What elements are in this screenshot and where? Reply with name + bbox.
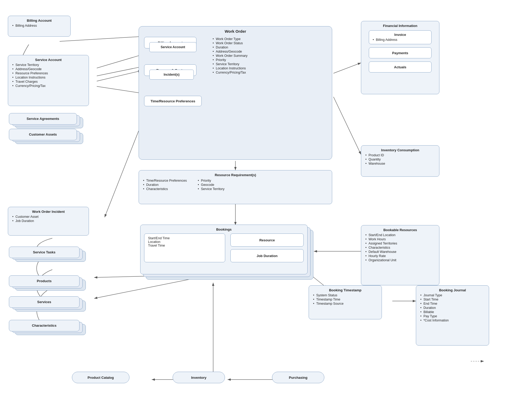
billing-account-top-item-0: Billing Address — [12, 24, 67, 28]
bookings-title: Bookings — [144, 227, 304, 231]
bookable-resources-box: Bookable Resources Start/End Location Wo… — [361, 225, 439, 285]
work-order-incident-list: Customer Asset Job Duration — [12, 215, 85, 223]
service-tasks-box1: Service Tasks — [9, 247, 80, 258]
product-catalog-title: Product Catalog — [88, 376, 114, 380]
svg-line-8 — [333, 97, 361, 154]
booking-timestamp-list: System Status Timestamp Time Timestamp S… — [313, 293, 378, 306]
inventory-box: Inventory — [173, 372, 225, 383]
resource-req-cols: Time/Resource Preferences Duration Chara… — [143, 179, 328, 191]
inventory-consumption-title: Inventory Consumption — [365, 148, 435, 152]
financial-info-box: Financial Information Invoice Billing Ad… — [361, 21, 439, 94]
work-order-incident-box: Work Order Incident Customer Asset Job D… — [8, 207, 89, 236]
work-order-fields: Work Order Type Work Order Status Durati… — [212, 37, 322, 75]
bookings-inner: Start/End Time Location Travel Time Reso… — [144, 233, 304, 262]
svg-line-14 — [105, 131, 139, 217]
resource-requirements-box: Resource Requirement(s) Time/Resource Pr… — [139, 170, 332, 204]
bookable-resources-list: Start/End Location Work Hours Assigned T… — [365, 233, 435, 262]
bookings-left-info: Start/End Time Location Travel Time — [144, 233, 225, 262]
purchasing-title: Purchasing — [289, 376, 308, 380]
resource-req-left: Time/Resource Preferences Duration Chara… — [143, 179, 187, 191]
billing-account-top-box: Billing Account Billing Address — [8, 16, 71, 37]
payments-title: Payments — [392, 51, 408, 55]
svg-line-7 — [333, 63, 361, 73]
purchasing-box: Purchasing — [272, 372, 324, 383]
characteristics-box1: Characteristics — [9, 320, 80, 331]
resource-req-right: Priority Geocode Service Territory — [197, 179, 224, 191]
invoice-list: Billing Address — [372, 38, 428, 42]
time-resource-title: Time/Resource Preferences — [150, 99, 195, 103]
work-order-outer-box: Work Order Billing Account Service Accou… — [139, 26, 332, 160]
services-box1: Services — [9, 296, 80, 308]
inventory-title: Inventory — [191, 376, 207, 380]
resource-inner-box: Resource — [230, 233, 304, 247]
booking-timestamp-title: Booking Timestamp — [313, 288, 378, 292]
service-agreements-title: Service Agreements — [13, 117, 73, 121]
job-duration-inner-title: Job Duration — [257, 254, 278, 258]
booking-journal-list: Journal Type Start Time End Time Duratio… — [420, 293, 485, 322]
invoice-title: Invoice — [372, 33, 428, 37]
booking-journal-title: Booking Journal — [420, 288, 485, 292]
customer-assets-box1: Customer Assets — [9, 129, 77, 140]
customer-assets-title: Customer Assets — [13, 132, 73, 136]
service-account-list: Service Territory Address/Geocode Resour… — [12, 63, 85, 88]
svg-line-3 — [97, 71, 141, 81]
financial-info-title: Financial Information — [365, 24, 435, 28]
invoice-box: Invoice Billing Address — [369, 30, 432, 44]
products-box1: Products — [9, 275, 80, 287]
job-duration-inner-box: Job Duration — [230, 249, 304, 262]
service-agreements-box1: Service Agreements — [9, 113, 77, 125]
actuals-title: Actuals — [394, 65, 406, 69]
service-account-inner-title: Service Account — [161, 45, 185, 49]
resource-requirements-title: Resource Requirement(s) — [143, 173, 328, 177]
incidents-inner-box: Incident(s) — [149, 70, 194, 80]
services-title: Services — [13, 300, 76, 304]
billing-account-top-title: Billing Account — [12, 19, 67, 23]
diagram-container: Billing Account Billing Address Service … — [0, 0, 532, 406]
product-catalog-box: Product Catalog — [72, 372, 129, 383]
inventory-consumption-box: Inventory Consumption Product ID Quantit… — [361, 145, 439, 177]
bookings-right-col: Resource Job Duration — [230, 233, 304, 262]
service-account-box: Service Account Service Territory Addres… — [8, 55, 89, 106]
booking-journal-box: Booking Journal Journal Type Start Time … — [416, 285, 489, 346]
characteristics-title: Characteristics — [13, 324, 76, 327]
service-account-title: Service Account — [12, 58, 85, 62]
billing-account-top-list: Billing Address — [12, 24, 67, 28]
resource-inner-title: Resource — [259, 238, 275, 242]
bookable-resources-title: Bookable Resources — [365, 228, 435, 232]
payments-box: Payments — [369, 47, 432, 58]
service-account-inner-box: Service Account — [149, 42, 196, 52]
bookings-box: Bookings Start/End Time Location Travel … — [140, 225, 308, 274]
products-title: Products — [13, 279, 76, 283]
inventory-consumption-list: Product ID Quantity Warehouse — [365, 153, 435, 166]
time-resource-box: Time/Resource Preferences — [144, 96, 202, 106]
incidents-title: Incident(s) — [164, 73, 180, 76]
work-order-title: Work Order — [142, 29, 329, 34]
work-order-incident-title: Work Order Incident — [12, 210, 85, 214]
booking-timestamp-box: Booking Timestamp System Status Timestam… — [309, 285, 382, 319]
actuals-box: Actuals — [369, 62, 432, 73]
svg-line-16 — [94, 277, 199, 298]
service-tasks-title: Service Tasks — [13, 250, 76, 254]
